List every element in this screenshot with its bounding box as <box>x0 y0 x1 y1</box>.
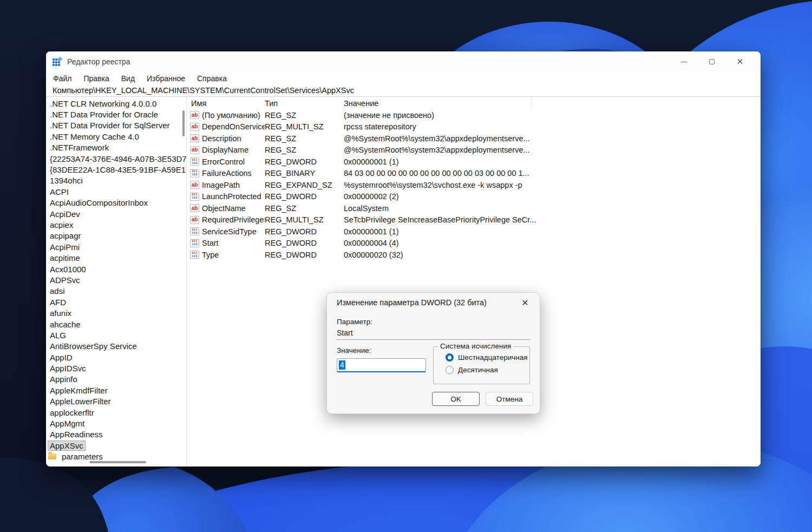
param-label: Параметр: <box>337 318 530 326</box>
radio-unchecked-icon[interactable] <box>446 366 454 374</box>
tree-item[interactable]: .NET CLR Networking 4.0.0.0 <box>46 98 186 109</box>
tree-item[interactable]: AcpiAudioCompositorInbox <box>46 198 186 208</box>
regedit-app-icon <box>53 57 62 67</box>
table-row[interactable]: 011110ErrorControlREG_DWORD0x00000001 (1… <box>187 156 761 168</box>
tree-item[interactable]: Acx01000 <box>46 264 186 274</box>
tree-item[interactable]: AppXSvc <box>46 440 186 451</box>
tree-item-label: AppID <box>48 352 75 363</box>
tree-item[interactable]: afunix <box>46 307 186 318</box>
cancel-button[interactable]: Отмена <box>486 392 533 406</box>
radix-option-1[interactable]: Десятичная <box>446 366 529 374</box>
value-input-text: 4 <box>339 360 345 370</box>
tree-item-label: ahcache <box>48 319 83 330</box>
tree-item[interactable]: .NETFramework <box>46 142 186 153</box>
tree-item[interactable]: AppleLowerFilter <box>46 396 186 407</box>
table-row[interactable]: abDependOnServiceREG_MULTI_SZrpcss state… <box>187 121 761 133</box>
ok-button[interactable]: OK <box>432 392 480 406</box>
tree-item[interactable]: ahcache <box>46 319 186 330</box>
menu-item-2[interactable]: Вид <box>115 74 141 83</box>
tree-item[interactable]: .NET Data Provider for Oracle <box>46 109 186 120</box>
column-header-type[interactable]: Тип <box>265 99 344 108</box>
value-name: Description <box>202 134 241 143</box>
registry-tree-panel[interactable]: .NET CLR Networking 4.0.0.0.NET Data Pro… <box>46 97 187 467</box>
table-row[interactable]: 011110TypeREG_DWORD0x00000020 (32) <box>187 249 761 261</box>
tree-item-label: AcpiPmi <box>48 242 82 252</box>
value-name: ImagePath <box>202 181 240 189</box>
tree-item-label: adsi <box>48 286 67 296</box>
tree-item[interactable]: .NET Memory Cache 4.0 <box>46 131 186 142</box>
tree-item[interactable]: .NET Data Provider for SqlServer <box>46 120 186 131</box>
tree-item[interactable]: AntiBrowserSpy Service <box>46 341 186 352</box>
menu-item-0[interactable]: Файл <box>47 74 77 83</box>
tree-item[interactable]: {22253A74-376E-4946-A07B-3E53D7 <box>46 153 186 164</box>
tree-item[interactable]: AcpiDev <box>46 208 186 219</box>
maximize-button[interactable] <box>704 54 719 69</box>
tree-item-label: 1394ohci <box>48 175 85 186</box>
tree-item[interactable]: ADPSvc <box>46 274 186 285</box>
radio-checked-icon[interactable] <box>446 353 454 362</box>
tree-item[interactable]: AppIDSvc <box>46 363 186 373</box>
string-value-icon: ab <box>190 134 199 142</box>
close-button[interactable]: ✕ <box>732 54 748 69</box>
tree-item[interactable]: AppMgmt <box>46 418 186 429</box>
value-input[interactable]: 4 <box>337 358 426 372</box>
column-divider <box>532 98 532 108</box>
address-bar[interactable]: Компьютер\HKEY_LOCAL_MACHINE\SYSTEM\Curr… <box>46 84 761 97</box>
value-name: FailureActions <box>202 169 252 178</box>
table-row[interactable]: 011110LaunchProtectedREG_DWORD0x00000002… <box>187 191 761 203</box>
tree-item[interactable]: AFD <box>46 297 186 307</box>
table-row[interactable]: abDisplayNameREG_SZ@%SystemRoot%\system3… <box>187 145 761 156</box>
radix-option-0[interactable]: Шестнадцатеричная <box>446 353 529 362</box>
tree-item[interactable]: applockerfltr <box>46 407 186 418</box>
value-data: (значение не присвоено) <box>344 111 761 120</box>
dialog-close-button[interactable]: ✕ <box>518 295 532 310</box>
tree-item[interactable]: AppleKmdfFilter <box>46 385 186 396</box>
tree-vertical-scrollbar[interactable] <box>182 110 185 136</box>
tree-item[interactable]: AppID <box>46 352 186 363</box>
menu-item-1[interactable]: Правка <box>77 74 115 83</box>
tree-item[interactable]: ALG <box>46 330 186 340</box>
desktop: Редактор реестра ✕ ФайлПравкаВидИзбранно… <box>0 0 812 532</box>
table-row[interactable]: abImagePathREG_EXPAND_SZ%systemroot%\sys… <box>187 179 761 191</box>
value-name: (По умолчанию) <box>202 111 260 120</box>
value-data: LocalSystem <box>344 204 761 213</box>
dialog-title-bar[interactable]: Изменение параметра DWORD (32 бита) ✕ <box>327 293 540 312</box>
table-row[interactable]: ab(По умолчанию)REG_SZ(значение не присв… <box>187 109 761 121</box>
table-row[interactable]: abDescriptionREG_SZ@%SystemRoot%\system3… <box>187 133 761 145</box>
menu-item-3[interactable]: Избранное <box>141 74 191 83</box>
tree-horizontal-scrollbar[interactable] <box>89 461 146 463</box>
tree-item[interactable]: Appinfo <box>46 374 186 385</box>
table-row[interactable]: abRequiredPrivilegesREG_MULTI_SZSeTcbPri… <box>187 214 761 226</box>
tree-item[interactable]: adsi <box>46 286 186 297</box>
edit-dword-dialog: Изменение параметра DWORD (32 бита) ✕ Па… <box>326 292 540 414</box>
value-type: REG_SZ <box>265 204 344 213</box>
value-type: REG_DWORD <box>265 227 344 236</box>
table-row[interactable]: 011110StartREG_DWORD0x00000004 (4) <box>187 238 761 249</box>
column-header-name[interactable]: Имя <box>187 99 265 108</box>
dword-value-icon: 011110 <box>190 239 199 247</box>
column-header-value[interactable]: Значение <box>344 99 761 108</box>
tree-item[interactable]: ACPI <box>46 186 186 197</box>
tree-item[interactable]: acpiex <box>46 219 186 230</box>
value-name: Type <box>202 251 219 259</box>
tree-item[interactable]: acpitime <box>46 252 186 263</box>
table-row[interactable]: 011110ServiceSidTypeREG_DWORD0x00000001 … <box>187 226 761 238</box>
tree-item-label: acpipagr <box>48 231 83 241</box>
value-data: 0x00000004 (4) <box>344 239 761 247</box>
tree-item[interactable]: 1394ohci <box>46 175 186 186</box>
value-data: SeTcbPrivilege SeIncreaseBasePriorityPri… <box>344 215 761 224</box>
string-value-icon: ab <box>190 123 199 131</box>
value-type: REG_EXPAND_SZ <box>265 181 344 189</box>
menu-item-4[interactable]: Справка <box>191 74 233 83</box>
tree-item[interactable]: {83DEE22A-1C88-43E5-91BF-A59E1B <box>46 164 186 175</box>
minimize-button[interactable] <box>676 54 691 69</box>
menu-bar: ФайлПравкаВидИзбранноеСправка <box>46 72 761 84</box>
tree-item[interactable]: AppReadiness <box>46 429 186 440</box>
table-row[interactable]: 011110FailureActionsREG_BINARY84 03 00 0… <box>187 168 761 180</box>
tree-item[interactable]: AcpiPmi <box>46 241 186 252</box>
tree-item-label: AppMgmt <box>48 418 87 429</box>
title-bar[interactable]: Редактор реестра ✕ <box>46 51 761 72</box>
tree-item[interactable]: parameters <box>46 451 186 462</box>
tree-item[interactable]: acpipagr <box>46 231 186 241</box>
table-row[interactable]: abObjectNameREG_SZLocalSystem <box>187 202 761 214</box>
